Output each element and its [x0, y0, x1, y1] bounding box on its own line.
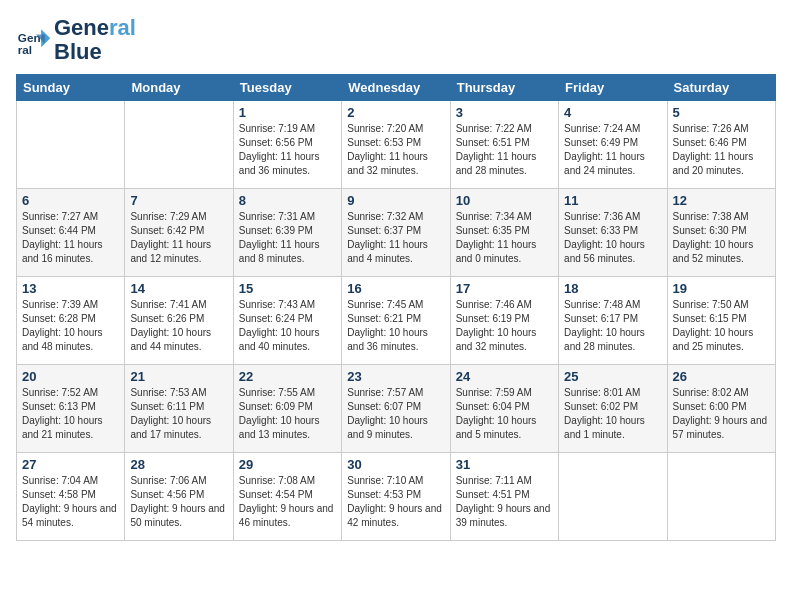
weekday-header-row: SundayMondayTuesdayWednesdayThursdayFrid… — [17, 75, 776, 101]
daylight-label: Daylight: 10 hours and 9 minutes. — [347, 415, 428, 440]
calendar-week-row: 20 Sunrise: 7:52 AM Sunset: 6:13 PM Dayl… — [17, 365, 776, 453]
day-info: Sunrise: 7:31 AM Sunset: 6:39 PM Dayligh… — [239, 210, 336, 266]
daylight-label: Daylight: 10 hours and 13 minutes. — [239, 415, 320, 440]
calendar-cell: 13 Sunrise: 7:39 AM Sunset: 6:28 PM Dayl… — [17, 277, 125, 365]
sunset-label: Sunset: 6:21 PM — [347, 313, 421, 324]
daylight-label: Daylight: 11 hours and 32 minutes. — [347, 151, 428, 176]
sunrise-label: Sunrise: 8:02 AM — [673, 387, 749, 398]
day-info: Sunrise: 7:59 AM Sunset: 6:04 PM Dayligh… — [456, 386, 553, 442]
calendar-cell: 5 Sunrise: 7:26 AM Sunset: 6:46 PM Dayli… — [667, 101, 775, 189]
day-number: 8 — [239, 193, 336, 208]
sunset-label: Sunset: 6:53 PM — [347, 137, 421, 148]
day-info: Sunrise: 7:45 AM Sunset: 6:21 PM Dayligh… — [347, 298, 444, 354]
calendar-cell — [17, 101, 125, 189]
sunrise-label: Sunrise: 7:57 AM — [347, 387, 423, 398]
daylight-label: Daylight: 11 hours and 12 minutes. — [130, 239, 211, 264]
weekday-header-sunday: Sunday — [17, 75, 125, 101]
sunset-label: Sunset: 6:19 PM — [456, 313, 530, 324]
sunset-label: Sunset: 6:37 PM — [347, 225, 421, 236]
day-number: 27 — [22, 457, 119, 472]
calendar-table: SundayMondayTuesdayWednesdayThursdayFrid… — [16, 74, 776, 541]
sunrise-label: Sunrise: 7:20 AM — [347, 123, 423, 134]
sunset-label: Sunset: 6:30 PM — [673, 225, 747, 236]
day-info: Sunrise: 7:06 AM Sunset: 4:56 PM Dayligh… — [130, 474, 227, 530]
day-number: 2 — [347, 105, 444, 120]
sunrise-label: Sunrise: 7:59 AM — [456, 387, 532, 398]
day-info: Sunrise: 8:02 AM Sunset: 6:00 PM Dayligh… — [673, 386, 770, 442]
sunset-label: Sunset: 6:56 PM — [239, 137, 313, 148]
sunrise-label: Sunrise: 7:41 AM — [130, 299, 206, 310]
calendar-cell: 1 Sunrise: 7:19 AM Sunset: 6:56 PM Dayli… — [233, 101, 341, 189]
daylight-label: Daylight: 9 hours and 54 minutes. — [22, 503, 117, 528]
day-info: Sunrise: 7:26 AM Sunset: 6:46 PM Dayligh… — [673, 122, 770, 178]
sunrise-label: Sunrise: 7:45 AM — [347, 299, 423, 310]
sunrise-label: Sunrise: 7:52 AM — [22, 387, 98, 398]
day-info: Sunrise: 7:38 AM Sunset: 6:30 PM Dayligh… — [673, 210, 770, 266]
calendar-cell: 10 Sunrise: 7:34 AM Sunset: 6:35 PM Dayl… — [450, 189, 558, 277]
calendar-cell: 4 Sunrise: 7:24 AM Sunset: 6:49 PM Dayli… — [559, 101, 667, 189]
sunset-label: Sunset: 6:44 PM — [22, 225, 96, 236]
calendar-cell: 8 Sunrise: 7:31 AM Sunset: 6:39 PM Dayli… — [233, 189, 341, 277]
day-number: 10 — [456, 193, 553, 208]
day-info: Sunrise: 8:01 AM Sunset: 6:02 PM Dayligh… — [564, 386, 661, 442]
calendar-cell — [667, 453, 775, 541]
calendar-cell: 18 Sunrise: 7:48 AM Sunset: 6:17 PM Dayl… — [559, 277, 667, 365]
day-info: Sunrise: 7:43 AM Sunset: 6:24 PM Dayligh… — [239, 298, 336, 354]
calendar-cell — [125, 101, 233, 189]
day-number: 24 — [456, 369, 553, 384]
sunset-label: Sunset: 4:53 PM — [347, 489, 421, 500]
calendar-cell: 7 Sunrise: 7:29 AM Sunset: 6:42 PM Dayli… — [125, 189, 233, 277]
day-info: Sunrise: 7:24 AM Sunset: 6:49 PM Dayligh… — [564, 122, 661, 178]
day-number: 11 — [564, 193, 661, 208]
daylight-label: Daylight: 10 hours and 48 minutes. — [22, 327, 103, 352]
logo-icon: Gene ral — [16, 22, 52, 58]
day-info: Sunrise: 7:36 AM Sunset: 6:33 PM Dayligh… — [564, 210, 661, 266]
daylight-label: Daylight: 10 hours and 28 minutes. — [564, 327, 645, 352]
sunrise-label: Sunrise: 7:46 AM — [456, 299, 532, 310]
sunset-label: Sunset: 6:04 PM — [456, 401, 530, 412]
daylight-label: Daylight: 11 hours and 0 minutes. — [456, 239, 537, 264]
logo: Gene ral GeneralBlue — [16, 16, 136, 64]
sunset-label: Sunset: 4:51 PM — [456, 489, 530, 500]
calendar-cell: 28 Sunrise: 7:06 AM Sunset: 4:56 PM Dayl… — [125, 453, 233, 541]
sunrise-label: Sunrise: 7:29 AM — [130, 211, 206, 222]
logo-text: GeneralBlue — [54, 16, 136, 64]
day-number: 1 — [239, 105, 336, 120]
daylight-label: Daylight: 10 hours and 1 minute. — [564, 415, 645, 440]
weekday-header-monday: Monday — [125, 75, 233, 101]
day-info: Sunrise: 7:20 AM Sunset: 6:53 PM Dayligh… — [347, 122, 444, 178]
day-number: 6 — [22, 193, 119, 208]
sunset-label: Sunset: 6:02 PM — [564, 401, 638, 412]
daylight-label: Daylight: 10 hours and 40 minutes. — [239, 327, 320, 352]
weekday-header-saturday: Saturday — [667, 75, 775, 101]
sunrise-label: Sunrise: 7:48 AM — [564, 299, 640, 310]
sunset-label: Sunset: 6:26 PM — [130, 313, 204, 324]
calendar-week-row: 6 Sunrise: 7:27 AM Sunset: 6:44 PM Dayli… — [17, 189, 776, 277]
calendar-cell: 12 Sunrise: 7:38 AM Sunset: 6:30 PM Dayl… — [667, 189, 775, 277]
calendar-cell — [559, 453, 667, 541]
sunset-label: Sunset: 4:58 PM — [22, 489, 96, 500]
day-info: Sunrise: 7:04 AM Sunset: 4:58 PM Dayligh… — [22, 474, 119, 530]
calendar-cell: 15 Sunrise: 7:43 AM Sunset: 6:24 PM Dayl… — [233, 277, 341, 365]
daylight-label: Daylight: 11 hours and 16 minutes. — [22, 239, 103, 264]
day-number: 12 — [673, 193, 770, 208]
day-info: Sunrise: 7:08 AM Sunset: 4:54 PM Dayligh… — [239, 474, 336, 530]
sunrise-label: Sunrise: 7:34 AM — [456, 211, 532, 222]
day-number: 13 — [22, 281, 119, 296]
calendar-cell: 22 Sunrise: 7:55 AM Sunset: 6:09 PM Dayl… — [233, 365, 341, 453]
daylight-label: Daylight: 10 hours and 44 minutes. — [130, 327, 211, 352]
daylight-label: Daylight: 9 hours and 57 minutes. — [673, 415, 768, 440]
daylight-label: Daylight: 9 hours and 50 minutes. — [130, 503, 225, 528]
sunrise-label: Sunrise: 7:32 AM — [347, 211, 423, 222]
day-number: 20 — [22, 369, 119, 384]
day-info: Sunrise: 7:53 AM Sunset: 6:11 PM Dayligh… — [130, 386, 227, 442]
weekday-header-friday: Friday — [559, 75, 667, 101]
calendar-week-row: 27 Sunrise: 7:04 AM Sunset: 4:58 PM Dayl… — [17, 453, 776, 541]
day-info: Sunrise: 7:27 AM Sunset: 6:44 PM Dayligh… — [22, 210, 119, 266]
day-info: Sunrise: 7:41 AM Sunset: 6:26 PM Dayligh… — [130, 298, 227, 354]
sunrise-label: Sunrise: 7:19 AM — [239, 123, 315, 134]
sunrise-label: Sunrise: 7:53 AM — [130, 387, 206, 398]
sunrise-label: Sunrise: 8:01 AM — [564, 387, 640, 398]
sunrise-label: Sunrise: 7:26 AM — [673, 123, 749, 134]
sunset-label: Sunset: 6:15 PM — [673, 313, 747, 324]
